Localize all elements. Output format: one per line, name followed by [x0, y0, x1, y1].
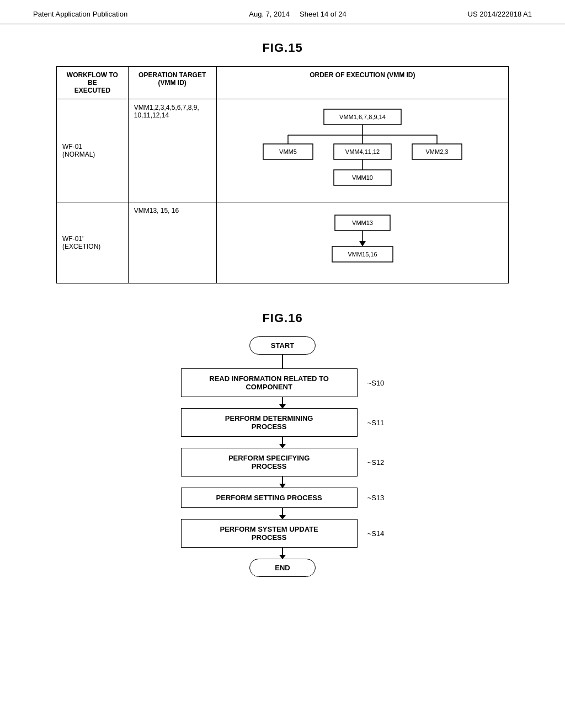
fc-s12: PERFORM SPECIFYINGPROCESS [181, 448, 358, 477]
flowchart-fig16: START READ INFORMATION RELATED TOCOMPONE… [33, 336, 532, 577]
arrow-2 [282, 437, 283, 448]
arrow-0 [282, 355, 283, 368]
svg-text:VMM15,16: VMM15,16 [348, 251, 377, 258]
table-row-wf01-exception: WF-01'(EXCETION) VMM13, 15, 16 VMM13 [57, 202, 509, 283]
fig15-title: FIG.15 [33, 41, 532, 55]
svg-text:VMM1,6,7,8,9,14: VMM1,6,7,8,9,14 [339, 114, 386, 120]
fc-s14-row: PERFORM SYSTEM UPDATEPROCESS ~S14 [181, 519, 385, 548]
col-header-target: OPERATION TARGET(VMM ID) [128, 67, 216, 99]
target-wf01-exception: VMM13, 15, 16 [128, 202, 216, 283]
target-wf01: VMM1,2,3,4,5,6,7,8,9,10,11,12,14 [128, 99, 216, 202]
col-header-execution: ORDER OF EXECUTION (VMM ID) [216, 67, 508, 99]
svg-text:VMM13: VMM13 [352, 220, 373, 226]
fc-s10-label: ~S10 [367, 379, 385, 387]
header-publication-label: Patent Application Publication [33, 10, 127, 18]
page-header: Patent Application Publication Aug. 7, 2… [0, 0, 565, 24]
fc-end: END [249, 559, 316, 577]
flowchart-start-row: START [249, 336, 316, 355]
execution-wf01: VMM1,6,7,8,9,14 VMM5 [216, 99, 508, 202]
svg-text:VMM5: VMM5 [279, 148, 297, 155]
svg-text:VMM2,3: VMM2,3 [425, 148, 448, 155]
main-content: FIG.15 WORKFLOW TO BEEXECUTED OPERATION … [0, 24, 565, 593]
tree-wf01: VMM1,6,7,8,9,14 VMM5 [222, 104, 503, 197]
svg-text:VMM4,11,12: VMM4,11,12 [345, 148, 380, 155]
tree-svg-exception: VMM13 VMM15,16 [247, 210, 478, 276]
flowchart-end-row: END [249, 559, 316, 577]
fc-s10-row: READ INFORMATION RELATED TOCOMPONENT ~S1… [181, 368, 385, 397]
svg-text:VMM10: VMM10 [352, 174, 373, 181]
fig15-table: WORKFLOW TO BEEXECUTED OPERATION TARGET(… [56, 66, 509, 283]
arrow-3 [282, 477, 283, 488]
arrow-4 [282, 508, 283, 519]
table-row-wf01: WF-01(NORMAL) VMM1,2,3,4,5,6,7,8,9,10,11… [57, 99, 509, 202]
header-patent-number: US 2014/222818 A1 [468, 10, 532, 18]
col-header-workflow: WORKFLOW TO BEEXECUTED [57, 67, 129, 99]
execution-wf01-exception: VMM13 VMM15,16 [216, 202, 508, 283]
header-date: Aug. 7, 2014 Sheet 14 of 24 [249, 10, 346, 18]
tree-wf01-exception: VMM13 VMM15,16 [222, 207, 503, 279]
fig16-container: FIG.16 START READ INFORMATION RELATED TO… [33, 311, 532, 577]
header-sheet: Sheet 14 of 24 [300, 10, 347, 18]
fc-s13-label: ~S13 [367, 494, 385, 502]
workflow-wf01: WF-01(NORMAL) [57, 99, 129, 202]
arrow-5 [282, 548, 283, 559]
fc-s13: PERFORM SETTING PROCESS [181, 488, 358, 508]
fc-s13-row: PERFORM SETTING PROCESS ~S13 [181, 488, 385, 508]
fc-start: START [249, 336, 316, 355]
fc-s12-row: PERFORM SPECIFYINGPROCESS ~S12 [181, 448, 385, 477]
workflow-wf01-exception: WF-01'(EXCETION) [57, 202, 129, 283]
fc-s10: READ INFORMATION RELATED TOCOMPONENT [181, 368, 358, 397]
arrow-1 [282, 397, 283, 408]
fc-s12-label: ~S12 [367, 458, 385, 467]
fc-s11: PERFORM DETERMININGPROCESS [181, 408, 358, 437]
tree-svg-wf01: VMM1,6,7,8,9,14 VMM5 [247, 106, 478, 195]
fc-s11-row: PERFORM DETERMININGPROCESS ~S11 [181, 408, 385, 437]
fc-s14: PERFORM SYSTEM UPDATEPROCESS [181, 519, 358, 548]
fc-s14-label: ~S14 [367, 529, 385, 538]
svg-marker-19 [359, 241, 366, 247]
fc-s11-label: ~S11 [367, 419, 385, 427]
fig16-title: FIG.16 [33, 311, 532, 325]
header-date-text: Aug. 7, 2014 [249, 10, 290, 18]
